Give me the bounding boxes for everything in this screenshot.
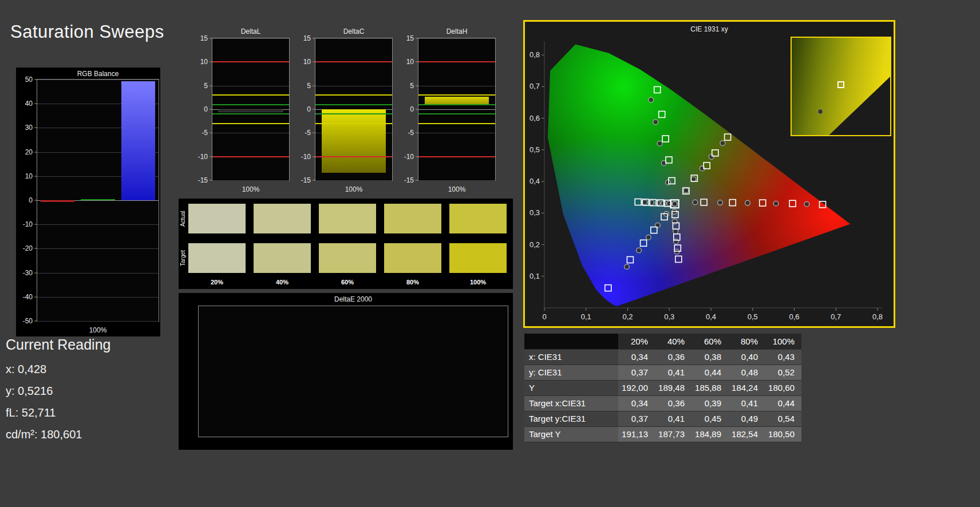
- y-tick-label: 0,5: [529, 145, 540, 154]
- target-swatch: [254, 243, 311, 273]
- target-swatch: [319, 243, 376, 273]
- y-tick-mark: [210, 38, 212, 39]
- table-cell: 0,41: [655, 365, 691, 380]
- actual-target-swatch-panel[interactable]: ActualTarget20%40%60%80%100%: [179, 199, 513, 289]
- table-cell: 0,34: [618, 349, 655, 365]
- reference-line: [418, 104, 495, 105]
- y-tick-label: 0: [204, 105, 208, 113]
- reference-line: [212, 61, 289, 62]
- y-tick-label: 0,8: [529, 50, 540, 59]
- red-bar: [41, 200, 74, 202]
- delta-c-chart[interactable]: DeltaC 151050-5-10-15 100%: [298, 25, 396, 195]
- measurement-dot: [773, 201, 779, 206]
- table-cell: 0,36: [655, 395, 691, 411]
- gridline: [212, 86, 289, 86]
- y-tick-label: 0,7: [529, 82, 540, 90]
- table-row: x: CIE310,340,360,380,400,43: [524, 349, 801, 365]
- y-tick-mark: [34, 128, 37, 128]
- reference-line: [418, 123, 495, 124]
- table-cell: 0,37: [618, 411, 655, 426]
- white-point-dot: [672, 201, 677, 207]
- delta-l-chart[interactable]: DeltaL 151050-5-10-15 100%: [195, 25, 293, 195]
- y-tick-label: 10: [200, 58, 208, 66]
- x-tick-label: 0: [542, 312, 546, 321]
- table-cell: 0,54: [765, 411, 801, 426]
- target-swatch: [188, 243, 246, 273]
- reference-line: [212, 123, 289, 124]
- delta-c-bar: [322, 109, 386, 173]
- reading-cdm2: cd/m²: 180,601: [6, 423, 110, 445]
- delta-l-bar: [219, 109, 283, 112]
- delta-h-chart[interactable]: DeltaH 151050-5-10-15 100%: [401, 25, 499, 195]
- reference-line: [418, 113, 495, 114]
- reference-line: [315, 104, 392, 105]
- gridline: [212, 133, 289, 133]
- y-tick-label: 0,3: [529, 208, 540, 217]
- blue-bar: [121, 81, 155, 200]
- y-tick-label: -15: [198, 176, 208, 184]
- measurement-dot: [745, 200, 750, 205]
- reference-line: [418, 94, 495, 96]
- y-tick-mark: [34, 248, 37, 249]
- reference-line: [212, 94, 289, 96]
- table-cell: 0,34: [618, 395, 655, 411]
- x-tick-label: 0,8: [872, 312, 883, 321]
- y-tick-label: -15: [404, 176, 414, 184]
- table-row-label: x: CIE31: [524, 349, 618, 365]
- cie-1931-chart[interactable]: CIE 1931 xy 00,10,20,30,40,50,60,70,80,1…: [523, 20, 895, 328]
- y-tick-mark: [34, 104, 37, 104]
- table-cell: 187,73: [655, 426, 691, 442]
- gridline: [418, 133, 495, 133]
- gridline: [212, 38, 289, 39]
- rgb-balance-chart[interactable]: RGB Balance 50403020100-10-20-30-40-50 1…: [16, 68, 160, 336]
- inset-measurement-dot: [817, 109, 823, 114]
- table-row-label: Y: [524, 380, 618, 395]
- current-reading-heading: Current Reading: [6, 336, 110, 353]
- measurement-dot: [673, 229, 678, 234]
- measurement-dot: [709, 155, 714, 160]
- gridline: [37, 80, 159, 80]
- table-cell: 0,43: [765, 349, 801, 365]
- y-tick-label: 0,6: [529, 114, 540, 122]
- y-tick-mark: [313, 133, 315, 133]
- table-row: Target Y191,13187,73184,89182,54180,50: [524, 426, 801, 442]
- table-row: Y192,00189,48185,88184,24180,60: [524, 380, 801, 395]
- swatch-column-label: 100%: [449, 279, 507, 286]
- measurement-dot: [653, 120, 658, 125]
- swatch-column-labels: 20%40%60%80%100%: [188, 279, 507, 286]
- table-cell: 0,49: [728, 411, 765, 426]
- y-tick-label: -10: [301, 153, 311, 161]
- gridline: [315, 38, 392, 39]
- y-tick-label: 50: [25, 76, 33, 84]
- table-header-cell: 100%: [765, 334, 801, 349]
- delta-c-plot: 151050-5-10-15: [315, 38, 393, 181]
- saturation-sweeps-page: Saturation Sweeps RGB Balance 5040302010…: [0, 0, 980, 507]
- measurement-dot: [646, 235, 651, 240]
- gridline: [37, 224, 159, 225]
- y-tick-label: 0,4: [529, 177, 540, 185]
- measurement-dot: [804, 201, 809, 207]
- y-tick-label: 0,1: [529, 272, 540, 280]
- table-cell: 192,00: [618, 380, 655, 395]
- y-tick-mark: [34, 80, 37, 80]
- measurement-dot: [720, 141, 725, 146]
- x-axis-label: 100%: [37, 326, 159, 334]
- target-swatch: [384, 243, 441, 273]
- y-tick-label: 40: [25, 100, 33, 108]
- y-tick-mark: [313, 38, 315, 39]
- y-tick-label: 15: [406, 34, 414, 42]
- reference-line: [418, 61, 495, 62]
- y-tick-label: -5: [408, 129, 414, 137]
- reference-line: [315, 156, 392, 157]
- measurement-dot: [718, 200, 723, 205]
- y-tick-mark: [34, 296, 37, 297]
- reading-fl: fL: 52,711: [6, 402, 110, 423]
- target-swatch: [449, 243, 507, 273]
- delta-e-2000-chart[interactable]: DeltaE 2000: [179, 293, 513, 450]
- y-tick-mark: [313, 180, 315, 181]
- x-tick-label: 0,6: [789, 312, 799, 321]
- x-axis-label: 100%: [212, 185, 290, 193]
- table-row-label: y: CIE31: [524, 365, 618, 380]
- reference-line: [315, 123, 392, 124]
- cie-zoom-inset: [791, 37, 891, 136]
